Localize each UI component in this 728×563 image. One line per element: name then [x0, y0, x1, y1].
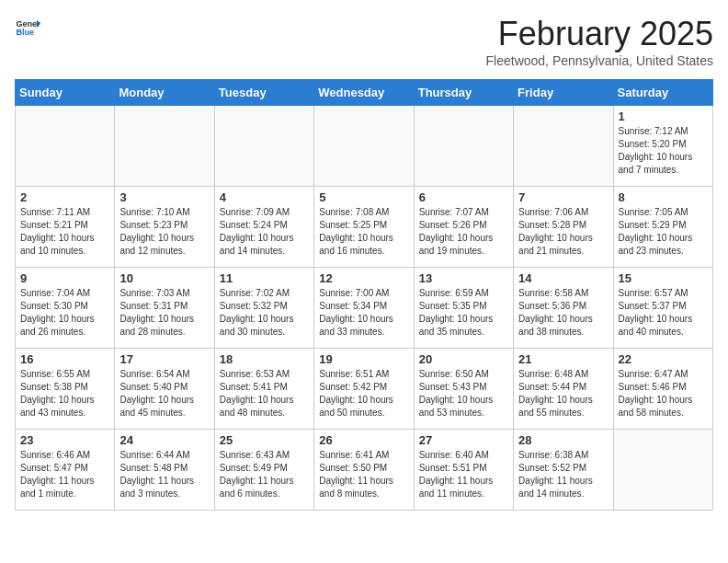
calendar-subtitle: Fleetwood, Pennsylvania, United States — [486, 53, 713, 68]
day-info: Sunrise: 7:05 AM Sunset: 5:29 PM Dayligh… — [619, 206, 708, 258]
calendar-cell: 6Sunrise: 7:07 AM Sunset: 5:26 PM Daylig… — [414, 187, 513, 268]
calendar-cell — [314, 106, 414, 187]
weekday-header-sunday: Sunday — [16, 80, 115, 106]
day-info: Sunrise: 6:48 AM Sunset: 5:44 PM Dayligh… — [518, 368, 608, 419]
weekday-header-monday: Monday — [115, 80, 214, 106]
day-info: Sunrise: 6:55 AM Sunset: 5:38 PM Dayligh… — [20, 368, 109, 419]
weekday-header-row: SundayMondayTuesdayWednesdayThursdayFrid… — [16, 80, 713, 106]
day-number: 6 — [419, 190, 508, 204]
weekday-header-friday: Friday — [514, 80, 613, 106]
calendar-cell — [16, 106, 115, 187]
weekday-header-thursday: Thursday — [414, 80, 513, 106]
calendar-cell: 18Sunrise: 6:53 AM Sunset: 5:41 PM Dayli… — [214, 349, 313, 430]
calendar-cell: 26Sunrise: 6:41 AM Sunset: 5:50 PM Dayli… — [314, 430, 414, 511]
day-number: 3 — [119, 190, 209, 204]
weekday-header-saturday: Saturday — [613, 80, 712, 106]
day-info: Sunrise: 7:07 AM Sunset: 5:26 PM Dayligh… — [419, 206, 508, 258]
calendar-cell: 11Sunrise: 7:02 AM Sunset: 5:32 PM Dayli… — [214, 268, 313, 349]
day-info: Sunrise: 7:02 AM Sunset: 5:32 PM Dayligh… — [220, 287, 309, 339]
calendar-cell: 21Sunrise: 6:48 AM Sunset: 5:44 PM Dayli… — [514, 349, 613, 430]
day-number: 24 — [119, 433, 209, 447]
calendar-cell: 22Sunrise: 6:47 AM Sunset: 5:46 PM Dayli… — [613, 349, 712, 430]
calendar-cell: 3Sunrise: 7:10 AM Sunset: 5:23 PM Daylig… — [115, 187, 214, 268]
svg-text:Blue: Blue — [16, 28, 34, 37]
day-info: Sunrise: 7:00 AM Sunset: 5:34 PM Dayligh… — [319, 287, 408, 339]
day-number: 12 — [319, 271, 408, 285]
day-info: Sunrise: 7:10 AM Sunset: 5:23 PM Dayligh… — [119, 206, 209, 258]
calendar-week-row: 16Sunrise: 6:55 AM Sunset: 5:38 PM Dayli… — [16, 349, 713, 430]
day-number: 13 — [419, 271, 508, 285]
calendar-cell — [414, 106, 513, 187]
calendar-cell: 4Sunrise: 7:09 AM Sunset: 5:24 PM Daylig… — [214, 187, 313, 268]
calendar-cell: 13Sunrise: 6:59 AM Sunset: 5:35 PM Dayli… — [414, 268, 513, 349]
day-info: Sunrise: 7:03 AM Sunset: 5:31 PM Dayligh… — [119, 287, 209, 339]
day-info: Sunrise: 6:43 AM Sunset: 5:49 PM Dayligh… — [220, 449, 309, 500]
calendar-cell: 25Sunrise: 6:43 AM Sunset: 5:49 PM Dayli… — [214, 430, 313, 511]
day-number: 2 — [20, 190, 109, 204]
calendar-cell: 28Sunrise: 6:38 AM Sunset: 5:52 PM Dayli… — [514, 430, 613, 511]
calendar-week-row: 1Sunrise: 7:12 AM Sunset: 5:20 PM Daylig… — [16, 106, 713, 187]
calendar-cell — [514, 106, 613, 187]
day-number: 8 — [619, 190, 708, 204]
day-info: Sunrise: 6:53 AM Sunset: 5:41 PM Dayligh… — [220, 368, 309, 419]
calendar-cell: 9Sunrise: 7:04 AM Sunset: 5:30 PM Daylig… — [16, 268, 115, 349]
day-info: Sunrise: 7:08 AM Sunset: 5:25 PM Dayligh… — [319, 206, 408, 258]
day-number: 15 — [619, 271, 708, 285]
day-info: Sunrise: 6:54 AM Sunset: 5:40 PM Dayligh… — [119, 368, 209, 419]
day-number: 9 — [20, 271, 109, 285]
day-info: Sunrise: 7:12 AM Sunset: 5:20 PM Dayligh… — [619, 125, 708, 177]
calendar-title: February 2025 — [486, 15, 713, 53]
calendar-cell: 15Sunrise: 6:57 AM Sunset: 5:37 PM Dayli… — [613, 268, 712, 349]
day-info: Sunrise: 7:11 AM Sunset: 5:21 PM Dayligh… — [20, 206, 109, 258]
day-info: Sunrise: 7:09 AM Sunset: 5:24 PM Dayligh… — [220, 206, 309, 258]
day-number: 25 — [220, 433, 309, 447]
calendar-cell: 7Sunrise: 7:06 AM Sunset: 5:28 PM Daylig… — [514, 187, 613, 268]
day-number: 11 — [220, 271, 309, 285]
calendar-cell: 8Sunrise: 7:05 AM Sunset: 5:29 PM Daylig… — [613, 187, 712, 268]
day-number: 23 — [20, 433, 109, 447]
day-info: Sunrise: 6:57 AM Sunset: 5:37 PM Dayligh… — [619, 287, 708, 339]
day-number: 27 — [419, 433, 508, 447]
calendar-cell: 10Sunrise: 7:03 AM Sunset: 5:31 PM Dayli… — [115, 268, 214, 349]
calendar-cell: 16Sunrise: 6:55 AM Sunset: 5:38 PM Dayli… — [16, 349, 115, 430]
day-info: Sunrise: 6:38 AM Sunset: 5:52 PM Dayligh… — [518, 449, 608, 500]
calendar-cell: 24Sunrise: 6:44 AM Sunset: 5:48 PM Dayli… — [115, 430, 214, 511]
day-info: Sunrise: 6:44 AM Sunset: 5:48 PM Dayligh… — [119, 449, 209, 500]
weekday-header-wednesday: Wednesday — [314, 80, 414, 106]
calendar-cell: 12Sunrise: 7:00 AM Sunset: 5:34 PM Dayli… — [314, 268, 414, 349]
day-number: 7 — [518, 190, 608, 204]
calendar-cell — [214, 106, 313, 187]
day-info: Sunrise: 7:06 AM Sunset: 5:28 PM Dayligh… — [518, 206, 608, 258]
day-number: 26 — [319, 433, 408, 447]
calendar-cell: 14Sunrise: 6:58 AM Sunset: 5:36 PM Dayli… — [514, 268, 613, 349]
logo-icon: General Blue — [15, 15, 40, 40]
calendar-cell: 27Sunrise: 6:40 AM Sunset: 5:51 PM Dayli… — [414, 430, 513, 511]
day-info: Sunrise: 7:04 AM Sunset: 5:30 PM Dayligh… — [20, 287, 109, 339]
day-info: Sunrise: 6:47 AM Sunset: 5:46 PM Dayligh… — [619, 368, 708, 419]
day-info: Sunrise: 6:46 AM Sunset: 5:47 PM Dayligh… — [20, 449, 109, 500]
calendar-cell: 23Sunrise: 6:46 AM Sunset: 5:47 PM Dayli… — [16, 430, 115, 511]
calendar-cell — [613, 430, 712, 511]
day-number: 5 — [319, 190, 408, 204]
day-number: 17 — [119, 352, 209, 366]
calendar-week-row: 9Sunrise: 7:04 AM Sunset: 5:30 PM Daylig… — [16, 268, 713, 349]
day-number: 19 — [319, 352, 408, 366]
day-number: 22 — [619, 352, 708, 366]
day-number: 20 — [419, 352, 508, 366]
day-number: 28 — [518, 433, 608, 447]
calendar-cell: 20Sunrise: 6:50 AM Sunset: 5:43 PM Dayli… — [414, 349, 513, 430]
calendar-cell: 17Sunrise: 6:54 AM Sunset: 5:40 PM Dayli… — [115, 349, 214, 430]
day-number: 1 — [619, 109, 708, 123]
calendar-cell: 2Sunrise: 7:11 AM Sunset: 5:21 PM Daylig… — [16, 187, 115, 268]
day-number: 14 — [518, 271, 608, 285]
weekday-header-tuesday: Tuesday — [214, 80, 313, 106]
calendar-week-row: 2Sunrise: 7:11 AM Sunset: 5:21 PM Daylig… — [16, 187, 713, 268]
day-number: 16 — [20, 352, 109, 366]
calendar-table: SundayMondayTuesdayWednesdayThursdayFrid… — [15, 79, 713, 511]
day-info: Sunrise: 6:59 AM Sunset: 5:35 PM Dayligh… — [419, 287, 508, 339]
calendar-week-row: 23Sunrise: 6:46 AM Sunset: 5:47 PM Dayli… — [16, 430, 713, 511]
logo: General Blue — [15, 15, 40, 40]
day-info: Sunrise: 6:58 AM Sunset: 5:36 PM Dayligh… — [518, 287, 608, 339]
title-block: February 2025 Fleetwood, Pennsylvania, U… — [486, 15, 713, 68]
day-info: Sunrise: 6:51 AM Sunset: 5:42 PM Dayligh… — [319, 368, 408, 419]
